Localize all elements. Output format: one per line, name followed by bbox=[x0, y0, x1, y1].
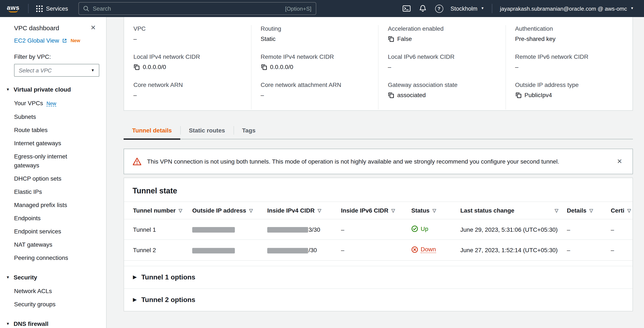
copy-icon[interactable] bbox=[388, 35, 394, 42]
details-cell: – bbox=[562, 219, 606, 240]
sidebar-section-dns-firewall[interactable]: ▼ DNS firewall bbox=[0, 320, 106, 327]
region-selector[interactable]: Stockholm ▼ bbox=[447, 0, 488, 17]
sort-icon[interactable]: ▽ bbox=[178, 208, 182, 213]
tab-tunnel-details[interactable]: Tunnel details bbox=[124, 122, 180, 139]
detail-field: Outside IP address type PublicIpv4 bbox=[515, 81, 623, 98]
section-header-label: Security bbox=[14, 274, 37, 281]
expander-tunnel-2-options[interactable]: ▶ Tunnel 2 options bbox=[124, 288, 632, 311]
tunnel-1-row[interactable]: Tunnel 1 3/30 – Up bbox=[124, 219, 632, 240]
col-last-status-change[interactable]: Last status change▽ bbox=[456, 202, 562, 219]
new-badge: New bbox=[46, 101, 56, 106]
sort-icon[interactable]: ▽ bbox=[555, 208, 558, 213]
aws-console: aws Services [Option+S] bbox=[0, 0, 644, 328]
sort-icon[interactable]: ▽ bbox=[392, 208, 395, 213]
search-icon bbox=[83, 5, 89, 12]
sidebar-item-route-tables[interactable]: Route tables bbox=[0, 124, 106, 137]
tab-static-routes[interactable]: Static routes bbox=[180, 122, 234, 139]
topbar-divider bbox=[492, 4, 492, 13]
sort-icon[interactable]: ▽ bbox=[590, 208, 593, 213]
detail-value: – bbox=[134, 92, 137, 98]
col-outside-ip-address[interactable]: Outside IP address▽ bbox=[188, 202, 263, 219]
tunnel-table: Tunnel number▽ Outside IP address▽ Insid… bbox=[124, 202, 632, 261]
tunnel-state-panel: Tunnel state Tunnel number▽ Outside IP a… bbox=[124, 178, 633, 311]
status-up-icon bbox=[411, 225, 418, 232]
sort-icon[interactable]: ▽ bbox=[318, 208, 321, 213]
tab-tags[interactable]: Tags bbox=[234, 122, 264, 139]
expander-tunnel-1-options[interactable]: ▶ Tunnel 1 options bbox=[124, 266, 632, 288]
vpc-filter-select[interactable]: Select a VPC ▼ bbox=[14, 64, 99, 77]
sidebar-section-security[interactable]: ▼ Security bbox=[0, 274, 106, 281]
notifications-button[interactable] bbox=[415, 0, 431, 17]
cloudshell-button[interactable] bbox=[398, 0, 415, 17]
help-button[interactable]: ? bbox=[431, 0, 447, 17]
sort-icon[interactable]: ▽ bbox=[432, 208, 436, 213]
copy-icon[interactable] bbox=[388, 92, 394, 98]
detail-value: associated bbox=[397, 92, 426, 98]
alert-close-button[interactable]: ✕ bbox=[615, 157, 624, 166]
inside-ipv6-cell: – bbox=[337, 219, 407, 240]
collapse-caret-icon: ▼ bbox=[6, 322, 10, 326]
detail-label: Gateway association state bbox=[388, 81, 496, 88]
col-status[interactable]: Status▽ bbox=[407, 202, 456, 219]
col-certificate[interactable]: Certi▽ bbox=[606, 202, 632, 219]
detail-label: Core network attachment ARN bbox=[261, 81, 369, 88]
bell-icon bbox=[418, 4, 427, 13]
expander-label: Tunnel 1 options bbox=[141, 273, 196, 281]
status-cell: Down bbox=[407, 240, 456, 260]
section-header-label: DNS firewall bbox=[14, 320, 48, 327]
services-menu[interactable]: Services bbox=[33, 0, 72, 17]
sidebar-item-endpoint-services[interactable]: Endpoint services bbox=[0, 225, 106, 238]
redacted-value bbox=[267, 227, 308, 233]
copy-icon[interactable] bbox=[261, 64, 267, 70]
sidebar-item-elastic-ips[interactable]: Elastic IPs bbox=[0, 185, 106, 199]
sidebar-item-managed-prefix-lists[interactable]: Managed prefix lists bbox=[0, 199, 106, 212]
status-badge: Up bbox=[411, 225, 428, 232]
inside-ipv4-cell: /30 bbox=[263, 240, 337, 260]
sidebar-item-network-acls[interactable]: Network ACLs bbox=[0, 285, 106, 298]
col-inside-ipv6-cidr[interactable]: Inside IPv6 CIDR▽ bbox=[337, 202, 407, 219]
aws-logo-smile-icon bbox=[8, 10, 18, 12]
sidebar-item-subnets[interactable]: Subnets bbox=[0, 110, 106, 124]
detail-field: Authentication Pre-shared key bbox=[515, 25, 623, 42]
warning-alert: This VPN connection is not using both tu… bbox=[124, 149, 633, 174]
status-badge[interactable]: Down bbox=[411, 246, 436, 253]
sidebar-item-dhcp-option-sets[interactable]: DHCP option sets bbox=[0, 172, 106, 185]
col-details[interactable]: Details▽ bbox=[562, 202, 606, 219]
caret-right-icon: ▶ bbox=[133, 297, 136, 303]
status-down-icon bbox=[411, 246, 418, 253]
account-menu[interactable]: jayaprakash.subramanian@oracle.com @ aws… bbox=[496, 0, 637, 17]
sort-icon[interactable]: ▽ bbox=[628, 208, 631, 213]
last-status-change-cell: June 27, 2023, 1:52:14 (UTC+05:30) bbox=[456, 240, 562, 260]
chevron-down-icon: ▼ bbox=[481, 7, 484, 10]
sidebar-item-egress-only-internet-gateways[interactable]: Egress-only internet gateways bbox=[0, 150, 106, 172]
sidebar-item-your-vpcs[interactable]: Your VPCsNew bbox=[0, 97, 106, 110]
sidebar-item-internet-gateways[interactable]: Internet gateways bbox=[0, 137, 106, 150]
topbar-divider bbox=[28, 4, 28, 13]
copy-icon[interactable] bbox=[134, 64, 140, 70]
sidebar-item-nat-gateways[interactable]: NAT gateways bbox=[0, 238, 106, 251]
sidebar-item-peering-connections[interactable]: Peering connections bbox=[0, 251, 106, 265]
new-badge: New bbox=[70, 38, 80, 43]
col-tunnel-number[interactable]: Tunnel number▽ bbox=[124, 202, 188, 219]
inside-ipv6-cell: – bbox=[337, 240, 407, 260]
tunnel-2-row[interactable]: Tunnel 2 /30 – Down bbox=[124, 240, 632, 260]
col-inside-ipv4-cidr[interactable]: Inside IPv4 CIDR▽ bbox=[263, 202, 337, 219]
ec2-global-view-label: EC2 Global View bbox=[14, 37, 59, 44]
vpn-connection-details-panel: VPC – Local IPv4 network CIDR 0.0.0.0/0 … bbox=[124, 17, 633, 111]
sidebar-item-endpoints[interactable]: Endpoints bbox=[0, 212, 106, 225]
aws-logo[interactable]: aws bbox=[7, 5, 20, 12]
close-icon: ✕ bbox=[617, 158, 622, 165]
sidebar-item-security-groups[interactable]: Security groups bbox=[0, 298, 106, 311]
detail-label: Authentication bbox=[515, 25, 623, 32]
section-header-label: Virtual private cloud bbox=[14, 86, 71, 93]
copy-icon[interactable] bbox=[515, 92, 522, 98]
sort-icon[interactable]: ▽ bbox=[249, 208, 253, 213]
sidebar-section-virtual-private-cloud[interactable]: ▼ Virtual private cloud bbox=[0, 86, 106, 93]
search-box[interactable]: [Option+S] bbox=[78, 2, 316, 15]
sidebar-close-button[interactable]: ✕ bbox=[90, 24, 96, 31]
main-content: VPC – Local IPv4 network CIDR 0.0.0.0/0 … bbox=[106, 17, 644, 328]
search-input[interactable] bbox=[93, 5, 282, 12]
cloudshell-icon bbox=[402, 4, 411, 13]
detail-label: Remote IPv4 network CIDR bbox=[261, 53, 369, 60]
sidebar-item-ec2-global-view[interactable]: EC2 Global View New bbox=[0, 37, 106, 44]
